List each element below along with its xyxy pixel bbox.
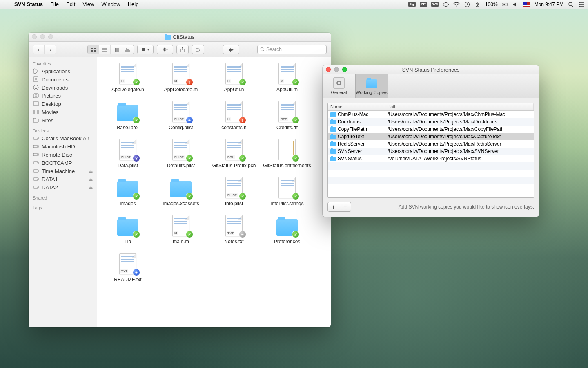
dropbox-button-group: ◆ ▾ [223,45,239,54]
table-row[interactable]: DockIcons/Users/coralw/Documents/Project… [328,118,534,126]
file-item[interactable]: ✓Images.xcassets [154,176,207,207]
sidebar-item-coral-s-macbook-air[interactable]: Coral's MacBook Air [29,134,97,142]
file-item[interactable]: M!AppDelegate.m [154,62,207,93]
menu-view[interactable]: View [79,1,98,7]
table-row[interactable]: RedisServer/Users/coralw/Documents/Proje… [328,140,534,148]
file-item[interactable]: PLIST✓Info.plist [207,176,261,207]
battery-icon[interactable] [502,1,508,8]
sidebar-item-time-machine[interactable]: Time Machine⏏ [29,167,97,175]
finder-titlebar[interactable]: GitStatus [29,33,331,42]
status-sync-icon[interactable] [443,1,449,8]
minimize-button[interactable] [334,67,339,72]
svg-rect-39 [33,110,38,114]
sidebar-item-bootcamp[interactable]: BOOTCAMP [29,159,97,167]
file-item[interactable]: PCH✓GitStatus-Prefix.pch [207,138,261,169]
file-label: Notes.txt [224,239,243,245]
sidebar-item-downloads[interactable]: Downloads [29,83,97,92]
menu-help[interactable]: Help [124,1,143,7]
dropbox-button[interactable]: ◆ ▾ [223,45,239,54]
menu-window[interactable]: Window [98,1,124,7]
search-field[interactable]: Search [257,45,327,54]
app-name-menu[interactable]: SVN Status [11,1,47,7]
coverflow-view-button[interactable] [122,45,134,54]
time-machine-icon[interactable] [464,1,470,8]
close-button[interactable] [32,34,37,39]
volume-icon[interactable] [512,1,519,8]
remove-button[interactable]: − [339,202,351,211]
status-git-icon[interactable]: GIT [420,2,427,7]
prefs-titlebar[interactable]: SVN Status Preferences [323,65,539,74]
spotlight-icon[interactable] [568,1,574,8]
status-badge-icon: + [133,269,140,276]
file-item[interactable]: H✓AppDelegate.h [101,62,154,93]
file-icon: H✓ [223,62,245,85]
file-item[interactable]: ✓Images [101,176,154,207]
list-view-button[interactable] [99,45,111,54]
sidebar-tags-label: Tags [29,204,97,211]
notification-center-icon[interactable] [578,1,585,8]
file-item[interactable]: ✓Lib [101,214,154,245]
forward-button[interactable]: › [45,45,56,54]
finder-content[interactable]: H✓AppDelegate.hM!AppDelegate.mH✓AppUtil.… [97,57,331,327]
action-button[interactable]: ✻ ▾ [157,45,173,54]
file-item[interactable]: M✓main.m [154,214,207,245]
sidebar-item-applications[interactable]: Applications [29,67,97,75]
status-badge-icon: ✓ [292,231,299,238]
input-source-icon[interactable] [523,2,530,7]
eject-icon[interactable]: ⏏ [89,169,93,173]
file-item[interactable]: TXT−Notes.txt [207,214,261,245]
file-item[interactable]: H✓AppUtil.h [207,62,261,93]
column-path[interactable]: Path [385,103,534,110]
status-hg-icon[interactable]: Hg [408,2,416,7]
file-item[interactable]: PLIST+Config.plist [154,100,207,131]
file-item[interactable]: ✓GitStatus.entitlements [261,138,314,169]
status-badge-icon: ? [133,155,140,162]
sidebar-item-sites[interactable]: Sites [29,116,97,124]
sidebar-item-data1[interactable]: DATA1⏏ [29,175,97,183]
table-row[interactable]: SVNServer/Users/coralw/Documents/Project… [328,148,534,155]
sidebar-item-movies[interactable]: Movies [29,108,97,116]
zoom-button[interactable] [342,67,347,72]
eject-icon[interactable]: ⏏ [89,185,93,190]
file-item[interactable]: RTF✓Credits.rtf [261,100,314,131]
sidebar-item-pictures[interactable]: Pictures [29,92,97,100]
tab-working-copies[interactable]: Working Copies [355,74,388,98]
sidebar-item-remote-disc[interactable]: Remote Disc [29,150,97,159]
sidebar-item-documents[interactable]: Documents [29,75,97,83]
clock[interactable]: Mon 9:47 PM [535,2,564,7]
menu-file[interactable]: File [47,1,62,7]
share-button[interactable] [177,45,188,54]
minimize-button[interactable] [40,34,45,39]
eject-icon[interactable]: ⏏ [89,177,93,182]
tab-general[interactable]: General [323,74,355,98]
bluetooth-icon[interactable] [474,1,481,8]
table-row[interactable]: SVNStatus/Volumes/DATA1/Work/Projects/SV… [328,155,534,162]
file-item[interactable]: PLIST✓Defaults.plist [154,138,207,169]
file-item[interactable]: M✓AppUtil.m [261,62,314,93]
file-item[interactable]: ✓InfoPlist.strings [261,176,314,207]
column-name[interactable]: Name [328,103,385,110]
status-svn-icon[interactable]: SVN [431,2,439,7]
arrange-button[interactable]: ▾ [138,45,153,54]
close-button[interactable] [326,67,331,72]
drive-icon [33,159,39,166]
file-item[interactable]: H!constants.h [207,100,261,131]
sidebar-item-data2[interactable]: DATA2⏏ [29,183,97,191]
add-button[interactable]: + [328,202,339,211]
table-row[interactable]: CaptureText/Users/coralw/Documents/Proje… [328,133,534,140]
sidebar-item-macintosh-hd[interactable]: Macintosh HD [29,142,97,150]
back-button[interactable]: ‹ [33,45,45,54]
table-row[interactable]: CopyFilePath/Users/coralw/Documents/Proj… [328,126,534,133]
file-item[interactable]: TXT+README.txt [101,252,154,283]
sidebar-item-desktop[interactable]: Desktop [29,100,97,108]
wifi-icon[interactable] [453,1,460,8]
table-row[interactable]: ChmPlus-Mac/Users/coralw/Documents/Proje… [328,111,534,118]
icon-view-button[interactable] [88,45,99,54]
file-item[interactable]: PLIST?Data.plist [101,138,154,169]
zoom-button[interactable] [48,34,53,39]
tags-button[interactable] [192,45,204,54]
file-item[interactable]: ✓Preferences [261,214,314,245]
column-view-button[interactable] [111,45,122,54]
menu-edit[interactable]: Edit [62,1,79,7]
file-item[interactable]: ✓Base.lproj [101,100,154,131]
